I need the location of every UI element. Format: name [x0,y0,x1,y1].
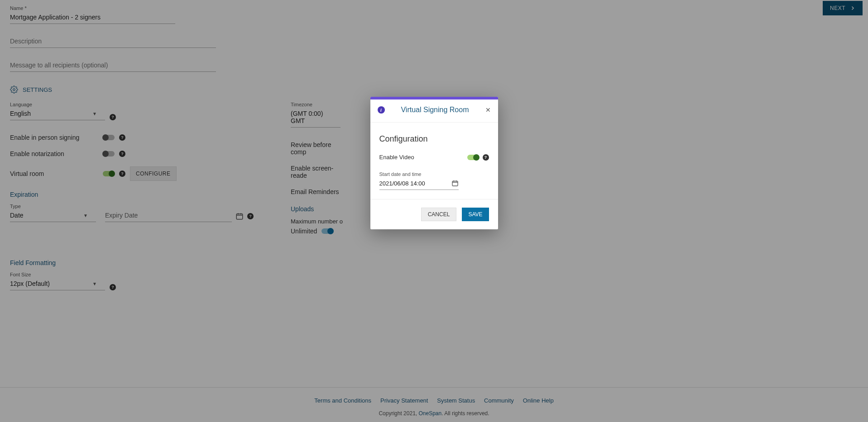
info-icon: i [378,106,385,114]
cancel-button[interactable]: CANCEL [421,208,457,221]
svg-rect-5 [452,181,458,186]
start-date-value: 2021/06/08 14:00 [379,180,425,187]
modal-actions: CANCEL SAVE [370,199,498,229]
modal-overlay[interactable]: i Virtual Signing Room ✕ Configuration E… [0,0,868,422]
modal-body: Configuration Enable Video ? Start date … [370,123,498,199]
modal-header: i Virtual Signing Room ✕ [370,100,498,123]
start-date-label: Start date and time [379,171,489,177]
modal-title: Virtual Signing Room [390,106,480,114]
enable-video-label: Enable Video [379,154,414,161]
calendar-icon[interactable] [451,180,459,187]
configuration-heading: Configuration [379,134,489,144]
enable-video-row: Enable Video ? [379,154,489,161]
enable-video-toggle[interactable] [467,155,479,160]
save-button[interactable]: SAVE [462,208,489,221]
start-date-field: Start date and time 2021/06/08 14:00 [379,171,489,190]
help-icon[interactable]: ? [483,154,489,161]
close-icon[interactable]: ✕ [485,107,491,113]
start-date-input[interactable]: 2021/06/08 14:00 [379,178,459,190]
virtual-signing-room-modal: i Virtual Signing Room ✕ Configuration E… [370,97,498,229]
